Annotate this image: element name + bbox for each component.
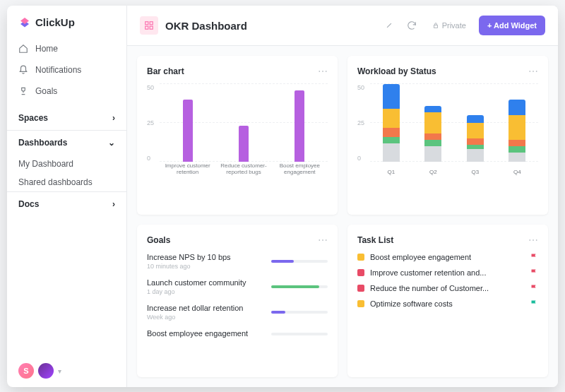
goal-item[interactable]: Increase net dollar retentionWeek ago bbox=[147, 304, 328, 321]
sidebar: ClickUp Home Notifications Goals Spaces … bbox=[7, 6, 127, 387]
x-label: Q2 bbox=[424, 170, 441, 176]
stacked-bar bbox=[383, 84, 400, 162]
bar bbox=[218, 126, 268, 162]
goal-name: Boost employee engagement bbox=[147, 329, 264, 338]
bar bbox=[275, 90, 325, 162]
sidebar-item-shared-dashboards[interactable]: Shared dashboards bbox=[7, 173, 126, 191]
chevron-down-icon: ⌄ bbox=[108, 138, 115, 148]
nav-home[interactable]: Home bbox=[7, 38, 126, 59]
flag-icon[interactable] bbox=[530, 268, 538, 277]
svg-rect-4 bbox=[434, 25, 437, 28]
status-square-icon bbox=[357, 300, 364, 307]
card-title: Task List bbox=[357, 235, 393, 245]
section-label: Docs bbox=[18, 199, 39, 209]
privacy-toggle[interactable]: Private bbox=[432, 21, 466, 30]
card-bar-chart: Bar chart ⋯ 50250 Improve customer reten… bbox=[137, 56, 338, 215]
goal-time: Week ago bbox=[147, 314, 264, 321]
task-name: Reduce the number of Customer... bbox=[370, 284, 524, 292]
progress-bar bbox=[271, 260, 328, 263]
nav-label: Goals bbox=[35, 86, 57, 96]
goal-name: Launch customer community bbox=[147, 278, 264, 287]
flag-icon[interactable] bbox=[530, 299, 538, 308]
goal-time: 10 minutes ago bbox=[147, 263, 264, 270]
stacked-bar bbox=[509, 100, 525, 162]
brand-name: ClickUp bbox=[35, 16, 75, 28]
task-name: Boost employee engagement bbox=[370, 253, 524, 261]
progress-bar bbox=[271, 311, 328, 314]
nav-label: Notifications bbox=[35, 65, 81, 75]
nav-goals[interactable]: Goals bbox=[7, 81, 126, 102]
goal-time: 1 day ago bbox=[147, 288, 264, 295]
stacked-bar-chart: 50250 Q1Q2Q3Q4 bbox=[357, 84, 538, 176]
x-label: Boost employee engagement bbox=[275, 163, 325, 176]
section-label: Spaces bbox=[18, 113, 48, 123]
svg-rect-0 bbox=[145, 22, 148, 25]
chevron-right-icon: › bbox=[112, 199, 115, 209]
status-square-icon bbox=[357, 269, 364, 276]
flag-icon[interactable] bbox=[530, 253, 538, 261]
stacked-bar bbox=[467, 115, 484, 162]
lock-icon bbox=[432, 22, 439, 29]
chevron-right-icon: › bbox=[112, 113, 115, 123]
header: OKR Dashboard Private + Add Widget bbox=[127, 6, 558, 46]
logo[interactable]: ClickUp bbox=[7, 6, 126, 38]
expand-icon[interactable] bbox=[381, 18, 397, 33]
main: OKR Dashboard Private + Add Widget Bar c… bbox=[127, 6, 558, 387]
goal-item[interactable]: Boost employee engagement bbox=[147, 329, 328, 339]
goal-name: Increase NPS by 10 bps bbox=[147, 253, 264, 261]
x-label: Improve customer retention bbox=[162, 163, 213, 176]
sidebar-item-my-dashboard[interactable]: My Dashboard bbox=[7, 155, 126, 173]
bell-icon bbox=[18, 65, 28, 75]
avatar-row: S ▾ bbox=[7, 355, 126, 387]
svg-rect-2 bbox=[145, 26, 148, 29]
task-item[interactable]: Improve customer retention and... bbox=[357, 268, 538, 277]
add-widget-button[interactable]: + Add Widget bbox=[479, 16, 545, 35]
svg-rect-1 bbox=[150, 22, 153, 25]
bar bbox=[162, 100, 213, 162]
section-dashboards[interactable]: Dashboards ⌄ bbox=[7, 130, 126, 155]
section-label: Dashboards bbox=[18, 138, 67, 148]
goal-name: Increase net dollar retention bbox=[147, 304, 264, 312]
task-name: Improve customer retention and... bbox=[370, 268, 524, 277]
progress-bar bbox=[271, 285, 328, 288]
refresh-icon[interactable] bbox=[404, 18, 420, 33]
x-label: Q4 bbox=[509, 170, 525, 176]
home-icon bbox=[18, 44, 28, 54]
goal-item[interactable]: Launch customer community1 day ago bbox=[147, 278, 328, 295]
avatar-self[interactable]: S bbox=[18, 363, 34, 379]
section-docs[interactable]: Docs › bbox=[7, 191, 126, 216]
status-square-icon bbox=[357, 254, 364, 261]
task-item[interactable]: Boost employee engagement bbox=[357, 253, 538, 261]
content-grid: Bar chart ⋯ 50250 Improve customer reten… bbox=[127, 46, 558, 387]
x-label: Reduce customer-reported bugs bbox=[218, 163, 268, 176]
task-item[interactable]: Reduce the number of Customer... bbox=[357, 284, 538, 292]
card-menu-icon[interactable]: ⋯ bbox=[528, 234, 538, 246]
card-title: Bar chart bbox=[147, 66, 184, 76]
svg-rect-3 bbox=[150, 26, 153, 29]
trophy-icon bbox=[18, 86, 28, 96]
page-title: OKR Dashboard bbox=[165, 20, 374, 32]
goal-item[interactable]: Increase NPS by 10 bps10 minutes ago bbox=[147, 253, 328, 270]
card-goals: Goals ⋯ Increase NPS by 10 bps10 minutes… bbox=[137, 225, 338, 378]
x-label: Q3 bbox=[467, 170, 484, 176]
status-square-icon bbox=[357, 285, 364, 292]
nav-label: Home bbox=[35, 44, 58, 54]
card-menu-icon[interactable]: ⋯ bbox=[318, 234, 328, 246]
card-menu-icon[interactable]: ⋯ bbox=[318, 66, 328, 77]
card-title: Goals bbox=[147, 235, 170, 245]
task-item[interactable]: Optimize software costs bbox=[357, 299, 538, 308]
flag-icon[interactable] bbox=[530, 284, 538, 292]
nav-notifications[interactable]: Notifications bbox=[7, 59, 126, 81]
section-spaces[interactable]: Spaces › bbox=[7, 106, 126, 130]
card-tasks: Task List ⋯ Boost employee engagementImp… bbox=[347, 225, 548, 378]
bar-chart: 50250 Improve customer retentionReduce c… bbox=[147, 84, 328, 176]
dropdown-icon[interactable]: ▾ bbox=[58, 367, 61, 375]
card-title: Workload by Status bbox=[357, 66, 436, 76]
clickup-logo-icon bbox=[18, 16, 31, 28]
card-menu-icon[interactable]: ⋯ bbox=[528, 66, 538, 77]
x-label: Q1 bbox=[383, 170, 400, 176]
progress-bar bbox=[271, 333, 328, 335]
avatar-user[interactable] bbox=[38, 363, 54, 379]
dashboard-icon bbox=[140, 16, 158, 35]
stacked-bar bbox=[424, 106, 441, 162]
